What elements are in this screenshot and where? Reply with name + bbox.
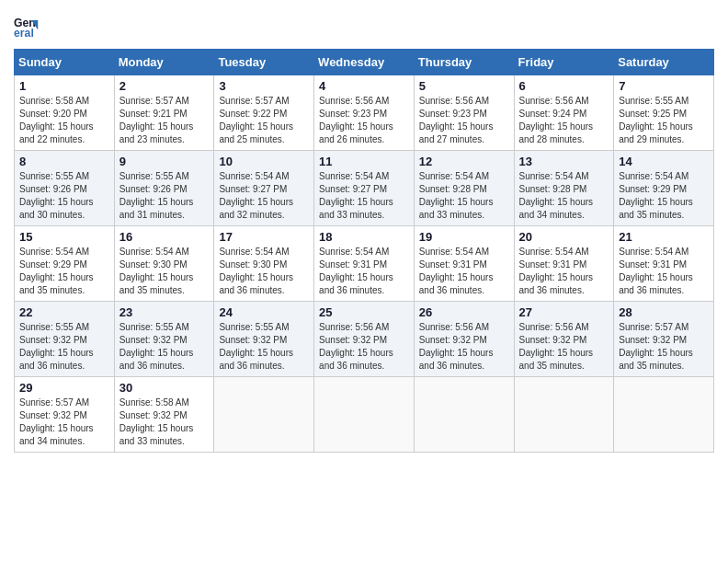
day-number: 9: [119, 155, 210, 168]
calendar-cell: 3 Sunrise: 5:57 AM Sunset: 9:22 PM Dayli…: [214, 75, 314, 151]
day-number: 17: [219, 230, 309, 244]
calendar-cell: 8 Sunrise: 5:55 AM Sunset: 9:26 PM Dayli…: [15, 151, 115, 226]
day-info: Sunrise: 5:54 AM Sunset: 9:27 PM Dayligh…: [319, 170, 409, 222]
calendar-cell: 11 Sunrise: 5:54 AM Sunset: 9:27 PM Dayl…: [314, 151, 415, 226]
day-info: Sunrise: 5:54 AM Sunset: 9:31 PM Dayligh…: [519, 246, 609, 297]
calendar-cell: 15 Sunrise: 5:54 AM Sunset: 9:29 PM Dayl…: [15, 226, 115, 302]
calendar-cell: 18 Sunrise: 5:54 AM Sunset: 9:31 PM Dayl…: [314, 226, 415, 302]
calendar-cell: [314, 377, 415, 453]
day-info: Sunrise: 5:55 AM Sunset: 9:32 PM Dayligh…: [219, 321, 309, 373]
calendar-cell: 14 Sunrise: 5:54 AM Sunset: 9:29 PM Dayl…: [614, 151, 714, 226]
day-number: 13: [519, 155, 609, 168]
day-info: Sunrise: 5:55 AM Sunset: 9:32 PM Dayligh…: [19, 321, 109, 373]
calendar-cell: 17 Sunrise: 5:54 AM Sunset: 9:30 PM Dayl…: [214, 226, 314, 302]
day-number: 18: [319, 230, 409, 244]
day-number: 25: [319, 305, 409, 319]
weekday-header-sunday: Sunday: [15, 50, 115, 75]
day-number: 7: [619, 79, 709, 93]
day-info: Sunrise: 5:54 AM Sunset: 9:27 PM Dayligh…: [219, 170, 309, 222]
day-number: 24: [219, 305, 309, 319]
calendar-cell: 22 Sunrise: 5:55 AM Sunset: 9:32 PM Dayl…: [15, 302, 115, 377]
day-info: Sunrise: 5:54 AM Sunset: 9:29 PM Dayligh…: [619, 170, 709, 222]
calendar-cell: [514, 377, 614, 453]
day-info: Sunrise: 5:57 AM Sunset: 9:21 PM Dayligh…: [119, 95, 210, 146]
day-number: 28: [619, 305, 709, 319]
calendar-cell: 21 Sunrise: 5:54 AM Sunset: 9:31 PM Dayl…: [614, 226, 714, 302]
calendar-cell: 12 Sunrise: 5:54 AM Sunset: 9:28 PM Dayl…: [414, 151, 514, 226]
calendar-cell: 19 Sunrise: 5:54 AM Sunset: 9:31 PM Dayl…: [414, 226, 514, 302]
calendar-cell: 7 Sunrise: 5:55 AM Sunset: 9:25 PM Dayli…: [614, 75, 714, 151]
day-number: 3: [219, 79, 309, 93]
day-info: Sunrise: 5:54 AM Sunset: 9:30 PM Dayligh…: [119, 246, 210, 297]
day-info: Sunrise: 5:56 AM Sunset: 9:23 PM Dayligh…: [419, 95, 509, 146]
calendar-cell: 28 Sunrise: 5:57 AM Sunset: 9:32 PM Dayl…: [614, 302, 714, 377]
calendar-cell: 27 Sunrise: 5:56 AM Sunset: 9:32 PM Dayl…: [514, 302, 614, 377]
day-number: 11: [319, 155, 409, 168]
day-number: 2: [119, 79, 210, 93]
calendar-cell: 2 Sunrise: 5:57 AM Sunset: 9:21 PM Dayli…: [114, 75, 214, 151]
weekday-header-thursday: Thursday: [414, 50, 514, 75]
day-number: 22: [19, 305, 109, 319]
day-number: 10: [219, 155, 309, 168]
day-info: Sunrise: 5:54 AM Sunset: 9:30 PM Dayligh…: [219, 246, 309, 297]
day-number: 27: [519, 305, 609, 319]
day-number: 5: [419, 79, 509, 93]
day-number: 15: [19, 230, 109, 244]
week-row-2: 8 Sunrise: 5:55 AM Sunset: 9:26 PM Dayli…: [15, 151, 714, 226]
calendar-cell: 4 Sunrise: 5:56 AM Sunset: 9:23 PM Dayli…: [314, 75, 415, 151]
weekday-header-monday: Monday: [114, 50, 214, 75]
calendar-cell: 29 Sunrise: 5:57 AM Sunset: 9:32 PM Dayl…: [15, 377, 115, 453]
day-number: 29: [19, 381, 109, 395]
day-number: 4: [319, 79, 409, 93]
day-info: Sunrise: 5:54 AM Sunset: 9:31 PM Dayligh…: [319, 246, 409, 297]
calendar-cell: 23 Sunrise: 5:55 AM Sunset: 9:32 PM Dayl…: [114, 302, 214, 377]
day-info: Sunrise: 5:56 AM Sunset: 9:32 PM Dayligh…: [319, 321, 409, 373]
calendar-cell: 16 Sunrise: 5:54 AM Sunset: 9:30 PM Dayl…: [114, 226, 214, 302]
weekday-header-friday: Friday: [514, 50, 614, 75]
day-number: 20: [519, 230, 609, 244]
day-number: 14: [619, 155, 709, 168]
day-info: Sunrise: 5:54 AM Sunset: 9:29 PM Dayligh…: [19, 246, 109, 297]
day-info: Sunrise: 5:54 AM Sunset: 9:31 PM Dayligh…: [619, 246, 709, 297]
calendar-cell: 5 Sunrise: 5:56 AM Sunset: 9:23 PM Dayli…: [414, 75, 514, 151]
logo: Gen eral: [14, 14, 43, 40]
day-number: 23: [119, 305, 210, 319]
day-number: 30: [119, 381, 210, 395]
day-number: 26: [419, 305, 509, 319]
calendar-cell: 30 Sunrise: 5:58 AM Sunset: 9:32 PM Dayl…: [114, 377, 214, 453]
day-info: Sunrise: 5:58 AM Sunset: 9:32 PM Dayligh…: [119, 396, 210, 448]
calendar-cell: 6 Sunrise: 5:56 AM Sunset: 9:24 PM Dayli…: [514, 75, 614, 151]
calendar-cell: [214, 377, 314, 453]
weekday-header-saturday: Saturday: [614, 50, 714, 75]
calendar-cell: [614, 377, 714, 453]
day-number: 8: [19, 155, 109, 168]
week-row-5: 29 Sunrise: 5:57 AM Sunset: 9:32 PM Dayl…: [15, 377, 714, 453]
day-info: Sunrise: 5:56 AM Sunset: 9:24 PM Dayligh…: [519, 95, 609, 146]
day-number: 21: [619, 230, 709, 244]
day-info: Sunrise: 5:54 AM Sunset: 9:31 PM Dayligh…: [419, 246, 509, 297]
day-info: Sunrise: 5:56 AM Sunset: 9:32 PM Dayligh…: [519, 321, 609, 373]
day-number: 12: [419, 155, 509, 168]
calendar-cell: 25 Sunrise: 5:56 AM Sunset: 9:32 PM Dayl…: [314, 302, 415, 377]
week-row-4: 22 Sunrise: 5:55 AM Sunset: 9:32 PM Dayl…: [15, 302, 714, 377]
day-info: Sunrise: 5:57 AM Sunset: 9:32 PM Dayligh…: [619, 321, 709, 373]
day-info: Sunrise: 5:55 AM Sunset: 9:25 PM Dayligh…: [619, 95, 709, 146]
day-info: Sunrise: 5:54 AM Sunset: 9:28 PM Dayligh…: [519, 170, 609, 222]
day-number: 6: [519, 79, 609, 93]
day-info: Sunrise: 5:57 AM Sunset: 9:22 PM Dayligh…: [219, 95, 309, 146]
day-number: 19: [419, 230, 509, 244]
calendar-cell: 24 Sunrise: 5:55 AM Sunset: 9:32 PM Dayl…: [214, 302, 314, 377]
day-info: Sunrise: 5:55 AM Sunset: 9:26 PM Dayligh…: [119, 170, 210, 222]
calendar-table: SundayMondayTuesdayWednesdayThursdayFrid…: [14, 49, 714, 453]
calendar-cell: 10 Sunrise: 5:54 AM Sunset: 9:27 PM Dayl…: [214, 151, 314, 226]
day-info: Sunrise: 5:55 AM Sunset: 9:32 PM Dayligh…: [119, 321, 210, 373]
day-info: Sunrise: 5:58 AM Sunset: 9:20 PM Dayligh…: [19, 95, 109, 146]
calendar-cell: [414, 377, 514, 453]
page-header: Gen eral: [14, 14, 714, 40]
calendar-cell: 9 Sunrise: 5:55 AM Sunset: 9:26 PM Dayli…: [114, 151, 214, 226]
calendar-cell: 26 Sunrise: 5:56 AM Sunset: 9:32 PM Dayl…: [414, 302, 514, 377]
day-info: Sunrise: 5:55 AM Sunset: 9:26 PM Dayligh…: [19, 170, 109, 222]
day-info: Sunrise: 5:54 AM Sunset: 9:28 PM Dayligh…: [419, 170, 509, 222]
calendar-cell: 20 Sunrise: 5:54 AM Sunset: 9:31 PM Dayl…: [514, 226, 614, 302]
calendar-cell: 13 Sunrise: 5:54 AM Sunset: 9:28 PM Dayl…: [514, 151, 614, 226]
